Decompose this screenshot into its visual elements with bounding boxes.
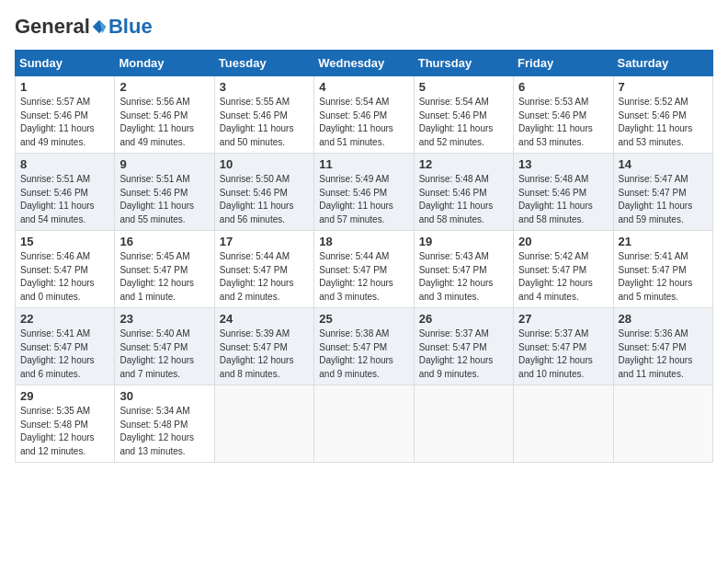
calendar-cell: 11Sunrise: 5:49 AM Sunset: 5:46 PM Dayli… — [314, 154, 414, 231]
day-info: Sunrise: 5:57 AM Sunset: 5:46 PM Dayligh… — [20, 96, 109, 149]
logo: General Blue — [15, 15, 153, 39]
day-number: 15 — [20, 235, 109, 248]
day-info: Sunrise: 5:36 AM Sunset: 5:47 PM Dayligh… — [619, 327, 708, 381]
day-number: 6 — [518, 80, 608, 94]
calendar-cell: 15Sunrise: 5:46 AM Sunset: 5:47 PM Dayli… — [16, 231, 115, 308]
calendar-cell: 5Sunrise: 5:54 AM Sunset: 5:46 PM Daylig… — [414, 76, 513, 154]
calendar-cell: 29Sunrise: 5:35 AM Sunset: 5:48 PM Dayli… — [16, 385, 115, 463]
calendar-cell: 28Sunrise: 5:36 AM Sunset: 5:47 PM Dayli… — [613, 308, 712, 385]
day-info: Sunrise: 5:56 AM Sunset: 5:46 PM Dayligh… — [119, 96, 209, 149]
day-info: Sunrise: 5:37 AM Sunset: 5:47 PM Dayligh… — [419, 327, 508, 381]
day-info: Sunrise: 5:38 AM Sunset: 5:47 PM Dayligh… — [319, 327, 408, 381]
calendar-cell: 3Sunrise: 5:55 AM Sunset: 5:46 PM Daylig… — [214, 76, 313, 154]
day-number: 9 — [119, 157, 209, 171]
day-number: 23 — [119, 312, 209, 326]
day-info: Sunrise: 5:39 AM Sunset: 5:47 PM Dayligh… — [220, 327, 309, 381]
day-number: 1 — [20, 80, 109, 94]
day-number: 13 — [518, 157, 608, 171]
calendar-cell: 21Sunrise: 5:41 AM Sunset: 5:47 PM Dayli… — [613, 231, 712, 308]
day-number: 20 — [518, 235, 608, 248]
day-number: 16 — [119, 235, 209, 248]
week-row-4: 22Sunrise: 5:41 AM Sunset: 5:47 PM Dayli… — [16, 308, 713, 385]
day-info: Sunrise: 5:54 AM Sunset: 5:46 PM Dayligh… — [319, 96, 408, 149]
day-number: 26 — [419, 312, 508, 326]
calendar-cell: 18Sunrise: 5:44 AM Sunset: 5:47 PM Dayli… — [314, 231, 414, 308]
calendar-cell: 4Sunrise: 5:54 AM Sunset: 5:46 PM Daylig… — [314, 76, 414, 154]
day-number: 3 — [220, 80, 309, 94]
day-info: Sunrise: 5:40 AM Sunset: 5:47 PM Dayligh… — [119, 327, 209, 381]
day-info: Sunrise: 5:42 AM Sunset: 5:47 PM Dayligh… — [518, 250, 608, 304]
day-info: Sunrise: 5:55 AM Sunset: 5:46 PM Dayligh… — [220, 96, 309, 149]
calendar-cell: 19Sunrise: 5:43 AM Sunset: 5:47 PM Dayli… — [414, 231, 513, 308]
weekday-header-tuesday: Tuesday — [214, 51, 313, 76]
day-info: Sunrise: 5:49 AM Sunset: 5:46 PM Dayligh… — [319, 173, 408, 226]
calendar-cell: 1Sunrise: 5:57 AM Sunset: 5:46 PM Daylig… — [16, 76, 115, 154]
calendar-cell: 9Sunrise: 5:51 AM Sunset: 5:46 PM Daylig… — [115, 154, 214, 231]
calendar-cell: 25Sunrise: 5:38 AM Sunset: 5:47 PM Dayli… — [314, 308, 414, 385]
logo-blue-text: Blue — [108, 15, 153, 39]
calendar-cell: 20Sunrise: 5:42 AM Sunset: 5:47 PM Dayli… — [514, 231, 613, 308]
calendar-cell — [414, 385, 513, 463]
week-row-1: 1Sunrise: 5:57 AM Sunset: 5:46 PM Daylig… — [16, 76, 713, 154]
day-number: 27 — [518, 312, 608, 326]
day-number: 29 — [20, 389, 109, 403]
calendar-cell: 14Sunrise: 5:47 AM Sunset: 5:47 PM Dayli… — [613, 154, 712, 231]
day-info: Sunrise: 5:47 AM Sunset: 5:47 PM Dayligh… — [619, 173, 708, 226]
day-number: 5 — [419, 80, 508, 94]
day-info: Sunrise: 5:46 AM Sunset: 5:47 PM Dayligh… — [20, 250, 109, 304]
calendar-cell: 17Sunrise: 5:44 AM Sunset: 5:47 PM Dayli… — [214, 231, 313, 308]
calendar-cell: 2Sunrise: 5:56 AM Sunset: 5:46 PM Daylig… — [115, 76, 214, 154]
calendar-cell: 7Sunrise: 5:52 AM Sunset: 5:46 PM Daylig… — [613, 76, 712, 154]
day-info: Sunrise: 5:44 AM Sunset: 5:47 PM Dayligh… — [319, 250, 408, 304]
day-info: Sunrise: 5:51 AM Sunset: 5:46 PM Dayligh… — [119, 173, 209, 226]
calendar-cell: 13Sunrise: 5:48 AM Sunset: 5:46 PM Dayli… — [514, 154, 613, 231]
logo-icon — [91, 18, 108, 35]
week-row-2: 8Sunrise: 5:51 AM Sunset: 5:46 PM Daylig… — [16, 154, 713, 231]
day-info: Sunrise: 5:44 AM Sunset: 5:47 PM Dayligh… — [220, 250, 309, 304]
weekday-header-sunday: Sunday — [16, 51, 115, 76]
calendar-cell: 16Sunrise: 5:45 AM Sunset: 5:47 PM Dayli… — [115, 231, 214, 308]
day-number: 19 — [419, 235, 508, 248]
day-number: 14 — [619, 157, 708, 171]
calendar-cell — [613, 385, 712, 463]
weekday-header-wednesday: Wednesday — [314, 51, 414, 76]
day-number: 7 — [619, 80, 708, 94]
day-info: Sunrise: 5:48 AM Sunset: 5:46 PM Dayligh… — [419, 173, 508, 226]
weekday-header-row: SundayMondayTuesdayWednesdayThursdayFrid… — [16, 51, 713, 76]
calendar-cell: 30Sunrise: 5:34 AM Sunset: 5:48 PM Dayli… — [115, 385, 214, 463]
calendar-cell — [514, 385, 613, 463]
day-number: 2 — [119, 80, 209, 94]
page-header: General Blue — [15, 15, 713, 39]
day-number: 25 — [319, 312, 408, 326]
day-info: Sunrise: 5:52 AM Sunset: 5:46 PM Dayligh… — [619, 96, 708, 149]
week-row-3: 15Sunrise: 5:46 AM Sunset: 5:47 PM Dayli… — [16, 231, 713, 308]
calendar-cell: 8Sunrise: 5:51 AM Sunset: 5:46 PM Daylig… — [16, 154, 115, 231]
day-info: Sunrise: 5:48 AM Sunset: 5:46 PM Dayligh… — [518, 173, 608, 226]
day-info: Sunrise: 5:43 AM Sunset: 5:47 PM Dayligh… — [419, 250, 508, 304]
weekday-header-saturday: Saturday — [613, 51, 712, 76]
calendar-cell: 23Sunrise: 5:40 AM Sunset: 5:47 PM Dayli… — [115, 308, 214, 385]
day-info: Sunrise: 5:53 AM Sunset: 5:46 PM Dayligh… — [518, 96, 608, 149]
calendar-table: SundayMondayTuesdayWednesdayThursdayFrid… — [15, 50, 713, 463]
day-info: Sunrise: 5:45 AM Sunset: 5:47 PM Dayligh… — [119, 250, 209, 304]
week-row-5: 29Sunrise: 5:35 AM Sunset: 5:48 PM Dayli… — [16, 385, 713, 463]
day-number: 30 — [119, 389, 209, 403]
weekday-header-friday: Friday — [514, 51, 613, 76]
day-number: 8 — [20, 157, 109, 171]
day-number: 10 — [220, 157, 309, 171]
day-info: Sunrise: 5:54 AM Sunset: 5:46 PM Dayligh… — [419, 96, 508, 149]
calendar-cell: 10Sunrise: 5:50 AM Sunset: 5:46 PM Dayli… — [214, 154, 313, 231]
calendar-cell: 26Sunrise: 5:37 AM Sunset: 5:47 PM Dayli… — [414, 308, 513, 385]
day-number: 17 — [220, 235, 309, 248]
day-number: 28 — [619, 312, 708, 326]
day-info: Sunrise: 5:50 AM Sunset: 5:46 PM Dayligh… — [220, 173, 309, 226]
calendar-cell: 27Sunrise: 5:37 AM Sunset: 5:47 PM Dayli… — [514, 308, 613, 385]
weekday-header-monday: Monday — [115, 51, 214, 76]
day-info: Sunrise: 5:34 AM Sunset: 5:48 PM Dayligh… — [119, 405, 209, 458]
day-info: Sunrise: 5:37 AM Sunset: 5:47 PM Dayligh… — [518, 327, 608, 381]
day-info: Sunrise: 5:51 AM Sunset: 5:46 PM Dayligh… — [20, 173, 109, 226]
calendar-cell — [214, 385, 313, 463]
day-number: 12 — [419, 157, 508, 171]
calendar-cell: 6Sunrise: 5:53 AM Sunset: 5:46 PM Daylig… — [514, 76, 613, 154]
day-number: 21 — [619, 235, 708, 248]
